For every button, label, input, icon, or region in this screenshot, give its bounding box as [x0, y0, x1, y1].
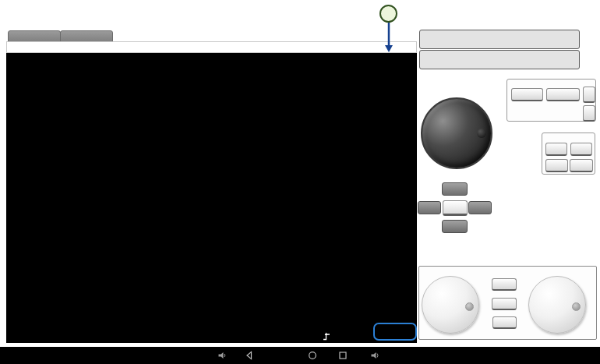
volume-icon[interactable] [217, 351, 227, 360]
home-icon[interactable] [308, 351, 317, 360]
callout-1-arrow [383, 23, 394, 52]
waveform-panel [6, 53, 417, 343]
menu-c1-button[interactable] [545, 143, 567, 156]
vertical-knob[interactable] [422, 276, 479, 334]
callout-1-badge [379, 5, 397, 23]
scale-button[interactable] [492, 278, 517, 291]
title-bar [6, 41, 417, 53]
menu-box [542, 133, 595, 175]
control-panel [417, 0, 600, 347]
logic-analyzer-screen [0, 0, 600, 364]
back-icon[interactable] [245, 351, 254, 360]
key-row-top [419, 30, 580, 49]
vertical-knob-dot [465, 302, 474, 311]
trigger-down-button[interactable] [583, 105, 595, 122]
dpad-right-button[interactable] [468, 201, 492, 214]
back-button[interactable] [373, 323, 417, 341]
trigger-up-button[interactable] [583, 87, 595, 103]
menu-c2-button[interactable] [570, 143, 592, 156]
waveform-display [6, 53, 417, 343]
slope-button[interactable] [511, 88, 543, 101]
knob-indicator-dot [477, 129, 486, 138]
vertical-horizontal-box [418, 266, 597, 340]
dpad-up-button[interactable] [442, 182, 468, 196]
horizontal-knob[interactable] [528, 276, 586, 334]
recents-icon[interactable] [338, 351, 348, 360]
dpad-f-button[interactable] [443, 200, 468, 216]
trigger-box [506, 79, 596, 122]
menu-cursors-button[interactable] [545, 159, 568, 172]
offset-button[interactable] [492, 298, 517, 310]
android-nav-bar [0, 347, 600, 364]
zero-button[interactable] [492, 316, 517, 329]
dpad-left-button[interactable] [418, 201, 441, 214]
menu-measure-button[interactable] [570, 159, 593, 172]
main-rotary-knob[interactable] [421, 97, 492, 169]
horizontal-knob-dot [572, 302, 581, 311]
volume2-icon[interactable] [370, 351, 379, 360]
source-button[interactable] [546, 88, 580, 101]
dpad-down-button[interactable] [442, 220, 468, 233]
trigger-edge-icon [322, 331, 331, 341]
key-row-bottom [419, 50, 580, 69]
